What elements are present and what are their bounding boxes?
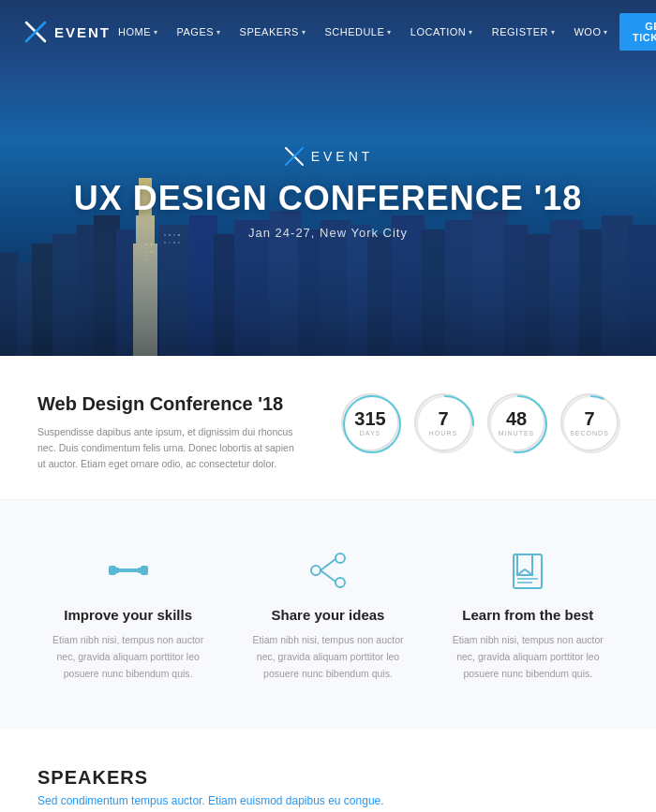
svg-point-64 xyxy=(311,566,321,575)
nav-pages[interactable]: PAGES ▾ xyxy=(170,21,229,43)
nav-speakers[interactable]: SPEAKERS ▾ xyxy=(232,21,314,43)
svg-point-63 xyxy=(335,578,345,587)
nav-links: HOME ▾ PAGES ▾ SPEAKERS ▾ SCHEDULE ▾ LOC… xyxy=(111,13,656,51)
share-icon xyxy=(305,547,351,594)
feature-share-title: Share your ideas xyxy=(272,607,385,623)
nav-home[interactable]: HOME ▾ xyxy=(111,21,166,43)
nav-schedule[interactable]: SCHEDULE ▾ xyxy=(317,21,398,43)
feature-improve: Improve your skills Etiam nibh nisi, tem… xyxy=(37,547,218,683)
seconds-circle: 7 SECONDS xyxy=(560,393,619,451)
feature-learn-title: Learn from the best xyxy=(462,607,593,623)
hero-logo-icon xyxy=(283,145,306,168)
logo-text: EVENT xyxy=(54,24,111,40)
feature-learn: Learn from the best Etiam nibh nisi, tem… xyxy=(438,547,619,683)
hero-subtitle: Jan 24-27, New York City xyxy=(248,226,408,240)
svg-line-66 xyxy=(321,570,335,582)
svg-rect-68 xyxy=(517,554,532,575)
feature-improve-title: Improve your skills xyxy=(64,607,192,623)
days-arc xyxy=(341,393,403,455)
countdown-circles: 315 DAYS 7 HOURS 48 MI xyxy=(341,393,619,451)
feature-improve-desc: Etiam nibh nisi, tempus non auctor nec, … xyxy=(44,632,213,683)
logo[interactable]: EVENT xyxy=(22,19,111,45)
svg-line-65 xyxy=(321,559,335,570)
countdown-section: Web Design Conference '18 Suspendisse da… xyxy=(0,356,656,500)
chevron-down-icon: ▾ xyxy=(302,28,306,37)
book-icon xyxy=(504,547,551,594)
speakers-section: SPEAKERS Sed condimentum tempus auctor. … xyxy=(0,730,656,812)
chevron-down-icon: ▾ xyxy=(154,28,158,37)
hero-brand-text: EVENT xyxy=(311,149,374,164)
chevron-down-icon: ▾ xyxy=(216,28,221,37)
svg-point-62 xyxy=(335,554,345,563)
chevron-down-icon: ▾ xyxy=(551,28,556,37)
speakers-subtitle-plain: Sed condimentum tempus auctor. xyxy=(37,794,205,807)
nav-woo[interactable]: WOO ▾ xyxy=(566,21,616,43)
countdown-info: Web Design Conference '18 Suspendisse da… xyxy=(37,393,300,471)
hours-ring: 7 HOURS xyxy=(414,393,472,451)
seconds-ring: 7 SECONDS xyxy=(560,393,619,451)
navbar: EVENT HOME ▾ PAGES ▾ SPEAKERS ▾ SCHEDULE… xyxy=(0,0,656,64)
seconds-arc xyxy=(560,393,622,455)
get-tickets-button[interactable]: GET TICKETS xyxy=(619,13,656,51)
hours-arc xyxy=(414,393,476,455)
svg-point-55 xyxy=(563,396,619,452)
hero-brand: EVENT xyxy=(283,145,374,168)
days-ring: 315 DAYS xyxy=(341,393,399,451)
svg-rect-61 xyxy=(141,566,148,575)
features-section: Improve your skills Etiam nibh nisi, tem… xyxy=(0,500,656,730)
feature-learn-desc: Etiam nibh nisi, tempus non auctor nec, … xyxy=(443,632,612,683)
svg-point-50 xyxy=(344,396,400,452)
speakers-header: SPEAKERS Sed condimentum tempus auctor. … xyxy=(37,767,619,807)
chevron-down-icon: ▾ xyxy=(604,28,608,37)
nav-register[interactable]: REGISTER ▾ xyxy=(485,21,563,43)
days-circle: 315 DAYS xyxy=(341,393,399,451)
minutes-circle: 48 MINUTES xyxy=(487,393,545,451)
minutes-arc xyxy=(487,393,549,455)
feature-share-desc: Etiam nibh nisi, tempus non auctor nec, … xyxy=(244,632,412,683)
dumbbell-icon xyxy=(105,547,152,594)
hero-title: UX DESIGN CONFERENCE '18 xyxy=(74,179,583,218)
svg-rect-59 xyxy=(118,568,139,572)
hours-circle: 7 HOURS xyxy=(414,393,472,451)
chevron-down-icon: ▾ xyxy=(469,28,473,37)
feature-share: Share your ideas Etiam nibh nisi, tempus… xyxy=(237,547,418,683)
chevron-down-icon: ▾ xyxy=(387,28,392,37)
countdown-desc: Suspendisse dapibus ante ipsum, et digni… xyxy=(37,424,300,471)
nav-location[interactable]: LOCATION ▾ xyxy=(403,21,481,43)
countdown-title: Web Design Conference '18 xyxy=(37,393,300,415)
minutes-ring: 48 MINUTES xyxy=(487,393,545,451)
speakers-subtitle: Sed condimentum tempus auctor. Etiam eui… xyxy=(37,794,619,807)
speakers-subtitle-link[interactable]: Etiam euismod dapibus eu congue. xyxy=(208,794,383,807)
speakers-title: SPEAKERS xyxy=(37,767,619,789)
